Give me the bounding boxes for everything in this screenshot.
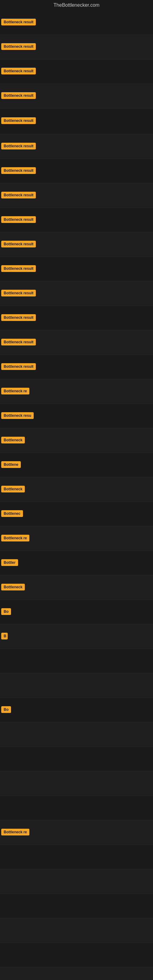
result-row: Bottler [0,551,153,576]
bottleneck-result-badge[interactable]: Bottleneck result [1,43,36,50]
bottleneck-result-badge[interactable]: Bottleneck result [1,314,36,321]
result-row: Bottleneck [0,428,153,453]
badge-container: Bottler [1,559,18,567]
bottleneck-result-badge[interactable]: Bottleneck result [1,265,36,272]
result-row: Bottleneck result [0,10,153,35]
bottleneck-result-badge[interactable]: Bottlene [1,461,21,468]
result-row [0,649,153,673]
result-row: Bottleneck result [0,134,153,159]
badge-container: Bottleneck result [1,290,36,298]
result-row [0,894,153,918]
result-row: Bo [0,698,153,722]
badge-container: Bottleneck result [1,117,36,125]
bottleneck-result-badge[interactable]: Bottleneck result [1,290,36,296]
page-wrapper: TheBottlenecker.com Bottleneck resultBot… [0,0,153,980]
bottleneck-result-badge[interactable]: Bottleneck result [1,339,36,345]
result-row: Bottleneck result [0,159,153,183]
bottleneck-result-badge[interactable]: Bottleneck result [1,19,36,25]
bottleneck-result-badge[interactable]: Bottleneck [1,584,25,590]
badge-container: Bottleneck result [1,19,36,27]
badge-container: Bottleneck [1,584,25,592]
result-row: Bottleneck result [0,208,153,232]
result-row: Bottleneck result [0,257,153,282]
result-row: Bottleneck result [0,282,153,306]
bottleneck-result-badge[interactable]: Bottleneck [1,486,25,492]
result-row [0,943,153,967]
result-row [0,796,153,821]
badge-container: Bottleneck result [1,68,36,76]
result-row: Bottleneck result [0,331,153,355]
bottleneck-result-badge[interactable]: Bottleneck re [1,535,29,541]
bottleneck-result-badge[interactable]: Bottleneck re [1,388,29,395]
badge-container: Bottleneck result [1,216,36,224]
bottleneck-result-badge[interactable]: B [1,633,8,640]
bottleneck-result-badge[interactable]: Bottleneck re [1,829,29,835]
badge-container: Bottleneck result [1,143,36,151]
badge-container: Bottleneck result [1,363,36,371]
badge-container: Bo [1,706,11,714]
badge-container: B [1,633,8,641]
badge-container: Bottleneck result [1,314,36,322]
bottleneck-result-badge[interactable]: Bottleneck result [1,143,36,150]
badge-container: Bo [1,608,11,616]
badge-container: Bottleneck result [1,265,36,273]
badge-container: Bottleneck re [1,388,29,396]
result-row: Bottleneck re [0,379,153,404]
result-row: B [0,624,153,649]
result-row: Bottleneck result [0,355,153,379]
badge-container: Bottleneck result [1,92,36,100]
bottleneck-result-badge[interactable]: Bo [1,706,11,713]
bottleneck-result-badge[interactable]: Bottleneck result [1,241,36,247]
result-row [0,869,153,894]
result-row: Bottleneck [0,576,153,600]
result-row: Bottleneck re [0,821,153,845]
bottleneck-result-badge[interactable]: Bottleneck result [1,117,36,124]
result-row: Bottleneck result [0,232,153,257]
bottleneck-result-badge[interactable]: Bottleneck result [1,216,36,223]
bottleneck-result-badge[interactable]: Bottleneck result [1,363,36,370]
result-row [0,747,153,772]
result-row: Bottleneck result [0,183,153,208]
result-row [0,918,153,943]
result-row: Bottleneck result [0,108,153,134]
bottleneck-result-badge[interactable]: Bottleneck resu [1,412,33,419]
result-row: Bottleneck result [0,35,153,59]
badge-container: Bottleneck result [1,339,36,347]
result-row [0,845,153,869]
badge-container: Bottleneck [1,486,25,494]
result-row [0,673,153,698]
result-row: Bottleneck result [0,306,153,331]
result-row: Bottleneck result [0,84,153,108]
bottleneck-result-badge[interactable]: Bottleneck result [1,92,36,99]
badge-container: Bottleneck [1,437,25,445]
badge-container: Bottleneck re [1,535,29,542]
result-row: Bo [0,600,153,624]
bottleneck-result-badge[interactable]: Bo [1,608,11,615]
result-row [0,772,153,796]
bottleneck-result-badge[interactable]: Bottleneck [1,437,25,444]
badge-container: Bottleneck result [1,192,36,200]
result-row [0,967,153,980]
bottleneck-result-badge[interactable]: Bottler [1,559,18,566]
result-row: Bottleneck [0,477,153,502]
bottleneck-result-badge[interactable]: Bottlenec [1,510,23,517]
badge-container: Bottleneck result [1,167,36,175]
badge-container: Bottlenec [1,510,23,518]
bottleneck-result-badge[interactable]: Bottleneck result [1,192,36,199]
results-list: Bottleneck resultBottleneck resultBottle… [0,10,153,980]
result-row: Bottleneck resu [0,404,153,428]
result-row: Bottleneck re [0,527,153,551]
badge-container: Bottleneck re [1,829,29,837]
bottleneck-result-badge[interactable]: Bottleneck result [1,167,36,174]
result-row: Bottlene [0,453,153,477]
result-row: Bottleneck result [0,59,153,84]
badge-container: Bottleneck resu [1,412,33,420]
site-title: TheBottlenecker.com [0,0,153,10]
badge-container: Bottlene [1,461,21,469]
badge-container: Bottleneck result [1,241,36,249]
result-row: Bottlenec [0,502,153,527]
result-row [0,722,153,747]
bottleneck-result-badge[interactable]: Bottleneck result [1,68,36,75]
badge-container: Bottleneck result [1,43,36,51]
